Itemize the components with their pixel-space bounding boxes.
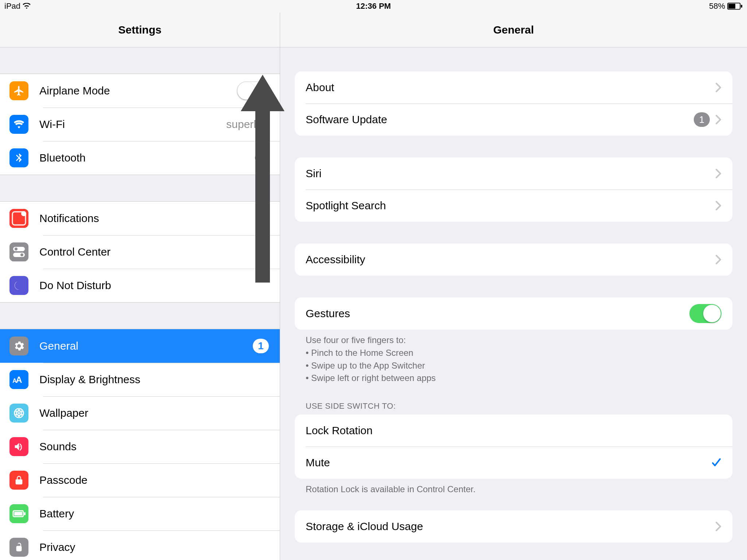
chevron-right-icon [716,83,721,92]
svg-rect-21 [24,512,26,515]
sidebar-item-label: Notifications [39,212,99,225]
wallpaper-icon [9,404,28,423]
svg-point-10 [20,253,23,256]
sidebar-item-battery[interactable]: Battery [0,497,280,530]
passcode-icon [9,471,28,490]
svg-text:A: A [16,375,22,385]
sidebar-item-wallpaper[interactable]: Wallpaper [0,396,280,430]
svg-rect-6 [9,242,28,261]
detail-row-label: Siri [306,167,321,180]
svg-point-8 [15,248,18,250]
notifications-icon [9,209,28,228]
sidebar-item-dnd[interactable]: Do Not Disturb [0,269,280,302]
settings-sidebar: Settings Airplane ModeWi-Fisuperh...Blue… [0,12,280,560]
detail-row-gestures[interactable]: Gestures [295,298,732,330]
sidebar-item-label: Wallpaper [39,407,88,419]
svg-point-15 [18,412,20,414]
sidebar-title: Settings [0,12,280,47]
dnd-icon [9,276,28,295]
svg-text:A: A [12,378,17,384]
chevron-right-icon [716,201,721,210]
battery-pct: 58% [709,1,725,11]
wifi-icon [9,115,28,134]
detail-row-label: Spotlight Search [306,199,386,212]
chevron-right-icon [716,169,721,178]
svg-rect-1 [728,4,735,8]
sidebar-item-label: Display & Brightness [39,373,140,386]
sidebar-item-display[interactable]: AADisplay & Brightness [0,363,280,396]
clock: 12:36 PM [356,1,391,11]
device-name: iPad [4,1,20,11]
detail-row-label: Accessibility [306,253,365,266]
bluetooth-icon [9,148,28,167]
sounds-icon [9,437,28,456]
sidebar-item-label: General [39,340,78,352]
sidebar-item-passcode[interactable]: Passcode [0,463,280,497]
sidebar-item-label: Control Center [39,246,111,258]
sidebar-item-label: Battery [39,508,74,520]
sidebar-item-notifications[interactable]: Notifications [0,202,280,235]
sidebar-item-label: Bluetooth [39,152,86,164]
detail-row-label: Gestures [306,307,350,320]
display-icon: AA [9,370,28,389]
sw-badge: 1 [694,112,710,127]
sidebar-item-bluetooth[interactable]: BluetoothOff [0,141,280,175]
section-header: USE SIDE SWITCH TO: [295,392,732,415]
detail-row-mute[interactable]: Mute [295,447,732,479]
general-icon [9,337,28,355]
detail-row-spotlight[interactable]: Spotlight Search [295,190,732,222]
detail-row-label: Software Update [306,113,387,126]
detail-row-accessibility[interactable]: Accessibility [295,244,732,276]
sidebar-item-general[interactable]: General1 [0,329,280,363]
detail-row-label: About [306,81,334,94]
detail-row-lockrotation[interactable]: Lock Rotation [295,415,732,447]
battery-icon [727,3,743,10]
detail-row-label: Lock Rotation [306,424,372,437]
detail-row-storage[interactable]: Storage & iCloud Usage [295,510,732,542]
sidebar-item-label: Passcode [39,474,88,486]
sidebar-item-label: Privacy [39,541,75,553]
controlcenter-icon [9,242,28,261]
detail-row-siri[interactable]: Siri [295,158,732,190]
airplane-icon [9,81,28,100]
detail-pane: General AboutSoftware Update1SiriSpotlig… [280,12,747,560]
chevron-right-icon [716,255,721,264]
privacy-icon [9,538,28,557]
sidebar-item-privacy[interactable]: Privacy [0,530,280,560]
chevron-right-icon [716,115,721,124]
battery-icon [9,504,28,523]
sidebar-item-controlcenter[interactable]: Control Center [0,235,280,269]
airplane-toggle[interactable] [237,81,269,100]
sidebar-item-sounds[interactable]: Sounds [0,430,280,463]
detail-row-label: Storage & iCloud Usage [306,520,423,533]
sidebar-item-label: Sounds [39,440,77,453]
sidebar-item-wifi[interactable]: Wi-Fisuperh... [0,108,280,141]
sidebar-item-label: Wi-Fi [39,118,65,131]
svg-rect-2 [741,5,742,8]
sidebar-item-label: Airplane Mode [39,85,110,97]
bluetooth-value: Off [255,152,269,164]
detail-row-about[interactable]: About [295,71,732,104]
svg-point-5 [21,211,26,216]
section-footer: Use four or five fingers to:• Pinch to t… [295,330,732,385]
status-bar: iPad 12:36 PM 58% [0,0,747,12]
detail-row-label: Mute [306,456,330,469]
sidebar-item-airplane[interactable]: Airplane Mode [0,74,280,108]
gestures-toggle[interactable] [689,304,721,323]
general-badge: 1 [253,339,269,353]
svg-rect-22 [14,512,22,516]
detail-row-sw[interactable]: Software Update1 [295,104,732,136]
wifi-value: superh... [226,118,269,131]
detail-title: General [280,12,747,47]
chevron-right-icon [716,522,721,531]
checkmark-icon [711,458,721,468]
section-footer: Rotation Lock is available in Control Ce… [295,479,732,496]
wifi-icon [23,3,31,9]
sidebar-item-label: Do Not Disturb [39,279,111,292]
